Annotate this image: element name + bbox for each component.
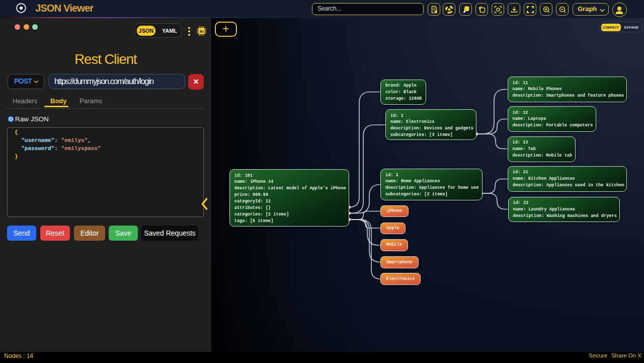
svg-text:AI: AI: [200, 29, 204, 34]
